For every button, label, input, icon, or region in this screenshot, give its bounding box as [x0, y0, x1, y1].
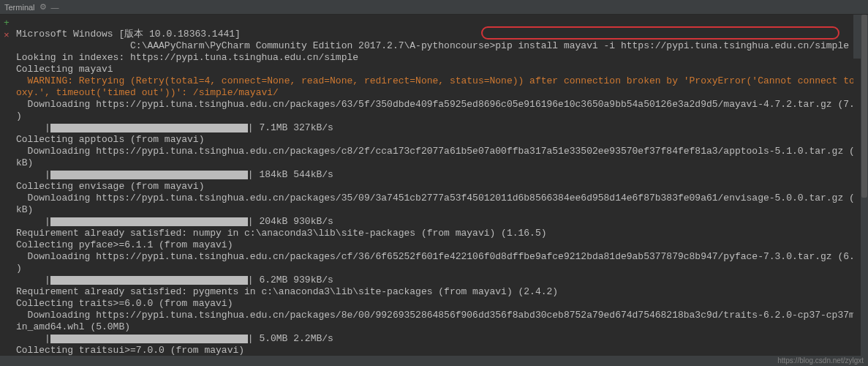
terminal-scrollbar[interactable] — [861, 15, 868, 356]
output-line: kB) — [16, 204, 33, 215]
output-line: in_amd64.whl (5.0MB) — [16, 321, 130, 332]
output-line: Downloading https://pypi.tuna.tsinghua.e… — [16, 193, 853, 203]
output-line: Collecting traitsui>=7.0.0 (from mayavi) — [16, 345, 244, 356]
output-line: Looking in indexes: https://pypi.tuna.ts… — [16, 52, 358, 63]
progress-bar — [50, 171, 248, 179]
scrollbar-thumb[interactable] — [861, 15, 867, 198]
terminal-left-toolbar: + × — [0, 15, 13, 41]
add-terminal-icon[interactable]: + — [0, 15, 13, 29]
output-line: ) — [16, 263, 22, 274]
terminal-output[interactable]: Microsoft Windows [版本 10.0.18363.1441] C… — [13, 15, 853, 356]
progress-line: || 204kB 930kB/s — [16, 216, 333, 227]
terminal-title-bar: Terminal ⚙ — — [0, 0, 868, 15]
output-line: Requirement already satisfied: pygments … — [16, 286, 558, 297]
output-line: Downloading https://pypi.tuna.tsinghua.e… — [16, 146, 853, 157]
progress-line: || 7.1MB 327kB/s — [16, 122, 333, 133]
gear-icon[interactable]: ⚙ — [39, 2, 47, 12]
output-warning: oxy.', timeout('timed out'))': /simple/m… — [16, 87, 279, 98]
footer-text: https://blog.csdn.net/zylgxt — [777, 356, 864, 365]
progress-bar — [50, 217, 248, 226]
output-line: Downloading https://pypi.tuna.tsinghua.e… — [16, 251, 853, 262]
output-line: Requirement already satisfied: numpy in … — [16, 228, 547, 239]
output-line: Collecting traits>=6.0.0 (from mayavi) — [16, 298, 233, 309]
progress-line: || 5.0MB 2.2MB/s — [16, 333, 333, 344]
status-footer: https://blog.csdn.net/zylgxt — [0, 356, 868, 366]
progress-line: || 184kB 544kB/s — [16, 169, 333, 180]
output-line: Microsoft Windows [版本 10.0.18363.1441] — [16, 29, 241, 40]
output-line: Downloading https://pypi.tuna.tsinghua.e… — [16, 99, 853, 110]
output-line: Downloading https://pypi.tuna.tsinghua.e… — [16, 310, 853, 321]
minimize-icon[interactable]: — — [51, 3, 59, 12]
terminal-tab-label[interactable]: Terminal — [4, 3, 35, 12]
output-line: Collecting mayavi — [16, 64, 113, 75]
progress-bar — [50, 276, 248, 285]
progress-line: || 6.2MB 939kB/s — [16, 274, 333, 285]
output-line: Collecting envisage (from mayavi) — [16, 181, 204, 192]
progress-bar — [50, 124, 248, 132]
output-line: C:\AAAPyCharm\PyCharm Community Edition … — [16, 40, 849, 51]
output-line: Collecting apptools (from mayavi) — [16, 134, 204, 145]
progress-bar — [50, 335, 248, 343]
output-line: Collecting pyface>=6.1.1 (from mayavi) — [16, 239, 233, 250]
output-line: ) — [16, 111, 22, 122]
output-warning: WARNING: Retrying (Retry(total=4, connec… — [16, 75, 853, 86]
close-terminal-icon[interactable]: × — [0, 29, 13, 41]
output-line: kB) — [16, 157, 33, 168]
